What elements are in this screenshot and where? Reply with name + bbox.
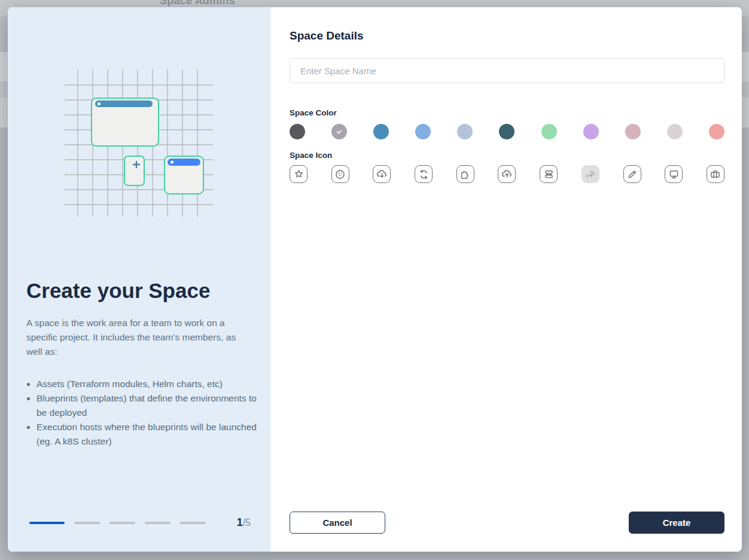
- icon-option-refresh-icon[interactable]: [415, 165, 433, 183]
- space-icon-row: [290, 165, 724, 183]
- progress-bar-step-1: [29, 522, 65, 524]
- wizard-title: Create your Space: [26, 278, 254, 304]
- color-swatch-charcoal[interactable]: [290, 124, 305, 139]
- list-item: Assets (Terraform modules, Helm charts, …: [36, 377, 257, 391]
- check-icon: [334, 126, 345, 137]
- color-swatch-gray[interactable]: [331, 124, 347, 139]
- color-swatch-dark-teal[interactable]: [499, 124, 514, 139]
- create-button[interactable]: Create: [629, 512, 724, 534]
- cancel-button[interactable]: Cancel: [290, 512, 385, 534]
- workspace-illustration: [65, 67, 214, 220]
- icon-option-star-icon[interactable]: [290, 165, 307, 183]
- space-icon-label: Space Icon: [290, 151, 332, 160]
- list-item: Execution hosts where the blueprints wil…: [36, 420, 257, 449]
- progress-step-counter: 1/5: [237, 516, 251, 529]
- progress-bar-step-2: [74, 522, 100, 524]
- window-medium: [165, 156, 203, 194]
- icon-option-server-stack-icon[interactable]: [540, 165, 558, 183]
- icon-option-cloud-upload-icon[interactable]: [498, 165, 516, 183]
- space-color-label: Space Color: [290, 108, 337, 117]
- icon-option-cloud-download-icon[interactable]: [373, 165, 391, 183]
- color-swatch-dusty-pink[interactable]: [625, 124, 641, 139]
- color-swatch-salmon[interactable]: [709, 124, 724, 139]
- icon-option-cookie-icon[interactable]: [331, 165, 349, 183]
- window-large: [92, 98, 159, 146]
- wizard-description: A space is the work area for a team to w…: [26, 316, 243, 359]
- background-page-title: Space Admins: [138, 0, 257, 7]
- create-space-modal: Create your Space A space is the work ar…: [8, 7, 742, 552]
- icon-option-briefcase-icon[interactable]: [707, 165, 724, 183]
- color-swatch-light-gray[interactable]: [667, 124, 683, 139]
- bullet-list: Assets (Terraform modules, Helm charts, …: [36, 377, 257, 449]
- wizard-info-panel: Create your Space A space is the work ar…: [8, 7, 270, 552]
- color-swatch-pale-blue[interactable]: [457, 124, 473, 139]
- progress-current: 1: [237, 516, 243, 528]
- color-swatch-steel-blue[interactable]: [373, 124, 389, 139]
- color-swatch-lavender[interactable]: [583, 124, 599, 139]
- color-swatch-mint-green[interactable]: [541, 124, 557, 139]
- progress-bar-step-3: [109, 522, 135, 524]
- progress-bars: [29, 522, 206, 524]
- progress-bar-step-5: [180, 522, 206, 524]
- progress-bar-step-4: [145, 522, 170, 524]
- list-item: Blueprints (templates) that define the e…: [36, 391, 257, 420]
- progress-total: /5: [243, 518, 251, 528]
- color-swatch-light-blue[interactable]: [415, 124, 431, 139]
- icon-option-pencil-icon[interactable]: [623, 165, 641, 183]
- icon-option-cloud-migrate-icon[interactable]: [581, 165, 599, 183]
- window-plus: [124, 156, 144, 185]
- space-color-row: [290, 124, 724, 139]
- icon-option-puzzle-icon[interactable]: [456, 165, 474, 183]
- icon-option-monitor-icon[interactable]: [665, 165, 683, 183]
- form-title: Space Details: [290, 29, 364, 42]
- space-details-panel: Space Details Space Color Space Icon Can…: [270, 7, 742, 552]
- space-name-input[interactable]: [290, 58, 724, 83]
